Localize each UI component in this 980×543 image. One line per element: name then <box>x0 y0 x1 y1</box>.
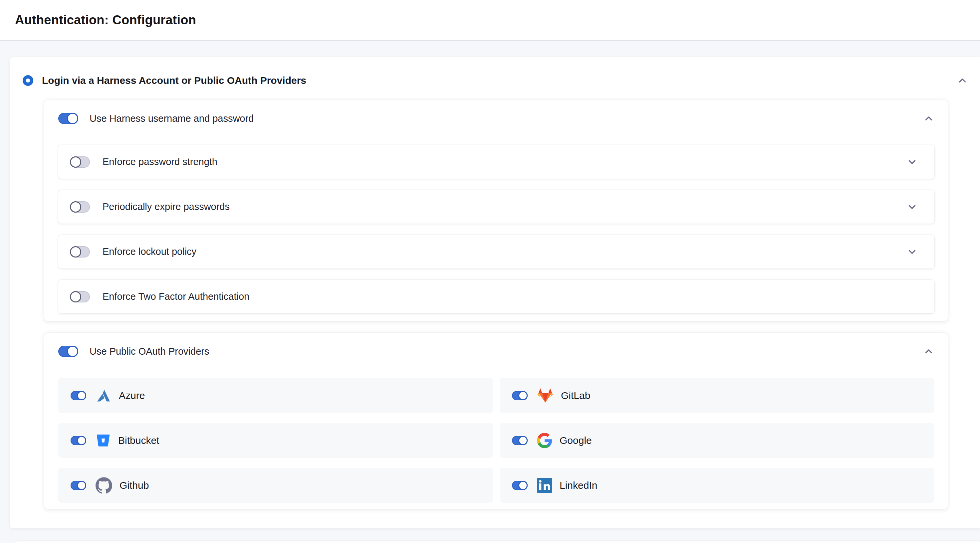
provider-row-azure: Azure <box>58 378 493 413</box>
username-password-toggle[interactable] <box>58 113 78 124</box>
gitlab-toggle[interactable] <box>512 391 528 400</box>
username-password-label: Use Harness username and password <box>89 113 254 124</box>
option-row-lockout-policy: Enforce lockout policy <box>58 235 934 268</box>
toggle-knob <box>70 291 81 302</box>
oauth-providers-card: Use Public OAuth Providers Az <box>44 333 948 509</box>
login-method-row: Login via a Harness Account or Public OA… <box>23 73 968 89</box>
azure-toggle[interactable] <box>71 391 86 400</box>
toggle-knob <box>518 436 528 445</box>
oauth-providers-toggle[interactable] <box>58 346 78 357</box>
option-row-expire-passwords: Periodically expire passwords <box>58 190 934 224</box>
toggle-knob <box>518 391 528 400</box>
provider-row-github: Github <box>58 468 493 503</box>
password-options-list: Enforce password strength Periodically e… <box>58 145 934 313</box>
provider-row-gitlab: GitLab <box>500 378 934 413</box>
page-title: Authentication: Configuration <box>15 13 196 27</box>
chevron-up-icon[interactable] <box>923 346 934 357</box>
toggle-knob <box>67 113 78 124</box>
provider-label: Bitbucket <box>118 435 159 446</box>
toggle-knob <box>70 201 81 213</box>
content-area: Login via a Harness Account or Public OA… <box>0 41 980 543</box>
azure-icon <box>95 388 111 403</box>
option-row-two-factor: Enforce Two Factor Authentication <box>58 280 934 313</box>
two-factor-toggle[interactable] <box>70 291 90 302</box>
chevron-up-icon[interactable] <box>957 75 968 86</box>
auth-config-card: Login via a Harness Account or Public OA… <box>10 57 980 529</box>
password-strength-toggle[interactable] <box>70 156 90 168</box>
chevron-up-icon[interactable] <box>923 113 934 124</box>
oauth-providers-label: Use Public OAuth Providers <box>89 346 209 357</box>
github-toggle[interactable] <box>71 481 86 490</box>
toggle-knob <box>67 346 78 357</box>
provider-label: GitLab <box>561 390 590 401</box>
option-label: Enforce lockout policy <box>103 246 196 257</box>
option-label: Enforce password strength <box>103 156 217 167</box>
provider-row-google: Google <box>500 423 934 458</box>
chevron-down-icon[interactable] <box>907 246 918 257</box>
google-toggle[interactable] <box>512 436 528 445</box>
page-header: Authentication: Configuration <box>0 0 980 41</box>
github-icon <box>95 477 112 494</box>
bitbucket-icon <box>95 433 111 448</box>
provider-row-bitbucket: Bitbucket <box>58 423 493 458</box>
username-password-card: Use Harness username and password Enforc… <box>44 100 948 321</box>
provider-row-linkedin: LinkedIn <box>500 468 934 503</box>
toggle-knob <box>70 156 81 168</box>
expire-passwords-toggle[interactable] <box>70 201 90 213</box>
chevron-down-icon[interactable] <box>907 201 918 213</box>
toggle-knob <box>518 481 528 490</box>
option-label: Enforce Two Factor Authentication <box>103 291 249 302</box>
oauth-providers-header: Use Public OAuth Providers <box>58 343 934 360</box>
toggle-knob <box>77 436 86 445</box>
provider-label: LinkedIn <box>560 480 597 491</box>
toggle-knob <box>77 391 86 400</box>
username-password-header: Use Harness username and password <box>58 110 934 127</box>
provider-label: Google <box>560 435 592 446</box>
radio-dot <box>26 78 30 83</box>
lockout-policy-toggle[interactable] <box>70 246 90 257</box>
login-method-radio[interactable] <box>23 75 33 86</box>
login-method-label: Login via a Harness Account or Public OA… <box>42 75 306 86</box>
bitbucket-toggle[interactable] <box>71 436 86 445</box>
toggle-knob <box>70 246 81 257</box>
option-row-password-strength: Enforce password strength <box>58 145 934 179</box>
linkedin-toggle[interactable] <box>512 481 528 490</box>
provider-label: Azure <box>119 390 145 401</box>
linkedin-icon <box>537 478 552 493</box>
toggle-knob <box>77 481 86 490</box>
provider-label: Github <box>119 480 149 491</box>
gitlab-icon <box>537 387 554 403</box>
providers-grid: Azure <box>58 378 934 503</box>
chevron-down-icon[interactable] <box>907 156 918 168</box>
option-label: Periodically expire passwords <box>103 201 230 212</box>
next-section-card-edge <box>15 541 980 543</box>
google-icon <box>537 433 552 448</box>
